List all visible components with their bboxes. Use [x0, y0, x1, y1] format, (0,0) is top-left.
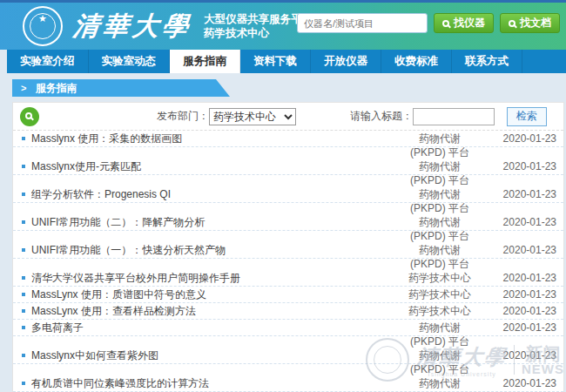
article-department: 药学技术中心 [391, 304, 489, 319]
bullet-icon [22, 354, 25, 357]
article-department-line2: (PKPD) 平台 [391, 229, 489, 244]
article-title-link[interactable]: 组学分析软件：Progenesis QI [31, 187, 391, 202]
tab-资料下载[interactable]: 资料下载 [240, 50, 311, 73]
breadcrumb-row: > 服务指南 [12, 79, 566, 97]
article-date: 2020-01-23 [489, 216, 556, 228]
article-title-link[interactable]: 有机质谱中同位素峰强度比的计算方法 [31, 376, 391, 391]
title-search-label: 请输入标题： [350, 109, 413, 124]
tab-服务指南[interactable]: 服务指南 [170, 50, 240, 73]
tab-实验室介绍[interactable]: 实验室介绍 [7, 50, 89, 73]
instrument-search-input[interactable] [297, 13, 428, 33]
article-entry: 清华大学仪器共享平台校外用户简明操作手册药学技术中心2020-01-23 [13, 270, 563, 287]
tsinghua-seal-logo: ★ [23, 6, 63, 46]
filter-bar: 发布部门： 药学技术中心 请输入标题： 检索 [13, 103, 563, 131]
article-entry: 多电荷离子药物代谢2020-01-23(PKPD) 平台 [13, 320, 563, 348]
article-title-link[interactable]: 多电荷离子 [31, 321, 391, 335]
bullet-icon [22, 248, 25, 252]
article-row: 清华大学仪器共享平台校外用户简明操作手册药学技术中心2020-01-23 [13, 270, 563, 287]
article-department-line2: (PKPD) 平台 [391, 257, 489, 272]
article-title-link[interactable]: UNIFI常用功能（一）：快速分析天然产物 [31, 243, 391, 258]
article-entry: MassLynx 使用：查看样品检测方法药学技术中心2020-01-23 [13, 303, 563, 320]
article-title-link[interactable]: MassLynx 使用：查看样品检测方法 [31, 304, 391, 319]
breadcrumb-label: 服务指南 [36, 82, 77, 94]
article-department: 药物代谢 [391, 321, 489, 335]
article-entry: 有机质谱中同位素峰强度比的计算方法药物代谢2020-01-23(PKPD) 平台 [13, 375, 563, 392]
article-date: 2020-01-23 [489, 244, 556, 256]
article-date: 2020-01-23 [489, 160, 556, 172]
article-department: 药物代谢 [391, 215, 489, 230]
article-title-link[interactable]: UNIFI常用功能（二）：降解产物分析 [31, 215, 391, 230]
article-row: MassLynx 使用：质谱图中符号的意义药学技术中心2020-01-23 [13, 287, 563, 303]
site-header: ★ 清華大學 大型仪器共享服务平台 药学技术中心 找仪器 找文档 [0, 3, 566, 50]
article-department-line2: (PKPD) 平台 [391, 145, 489, 160]
article-department-line2-row: (PKPD) 平台 [13, 259, 563, 270]
article-date: 2020-01-23 [489, 321, 556, 334]
article-entry: UNIFI常用功能（一）：快速分析天然产物药物代谢2020-01-23(PKPD… [13, 242, 563, 270]
article-department: 药物代谢 [391, 187, 489, 202]
content-panel: 发布部门： 药学技术中心 请输入标题： 检索 Masslynx 使用：采集的数据… [12, 102, 564, 392]
article-department-line2-row: (PKPD) 平台 [13, 175, 563, 186]
tab-联系方式[interactable]: 联系方式 [452, 50, 522, 73]
chevron-right-icon: > [21, 83, 26, 93]
article-entry: Masslynx中如何查看紫外图药物代谢2020-01-23(PKPD) 平台 [13, 348, 563, 375]
bullet-icon [22, 326, 25, 329]
bullet-icon [22, 220, 25, 224]
article-department: 药学技术中心 [391, 287, 489, 302]
tab-收费标准[interactable]: 收费标准 [381, 50, 452, 73]
article-department-line2: (PKPD) 平台 [391, 335, 489, 349]
article-date: 2020-01-23 [489, 305, 556, 317]
bullet-icon [22, 309, 25, 313]
bullet-icon [22, 137, 25, 140]
department-label: 发布部门： [157, 109, 209, 124]
search-icon [509, 20, 515, 27]
university-name: 清華大學 [71, 9, 193, 44]
article-title-link[interactable]: MassLynx 使用：质谱图中符号的意义 [31, 287, 391, 302]
article-department: 药物代谢 [391, 159, 489, 174]
article-date: 2020-01-23 [489, 188, 556, 200]
search-icon [25, 112, 32, 119]
department-select[interactable]: 药学技术中心 [209, 108, 296, 125]
article-entry: 组学分析软件：Progenesis QI药物代谢2020-01-23(PKPD)… [13, 186, 563, 214]
header-search-area: 找仪器 找文档 [297, 13, 560, 33]
article-department-line2-row: (PKPD) 平台 [13, 231, 563, 242]
bullet-icon [22, 293, 25, 296]
find-document-button[interactable]: 找文档 [500, 13, 560, 33]
article-department-line2-row: (PKPD) 平台 [13, 336, 563, 348]
article-department-line2: (PKPD) 平台 [391, 362, 489, 377]
article-date: 2020-01-23 [489, 132, 556, 145]
article-title-link[interactable]: Masslynx中如何查看紫外图 [31, 348, 391, 363]
seal-star-icon: ★ [24, 14, 61, 24]
bullet-icon [22, 276, 25, 280]
article-department: 药学技术中心 [391, 271, 489, 286]
main-nav: 实验室介绍实验室动态服务指南资料下载开放仪器收费标准联系方式 [7, 50, 566, 73]
bullet-icon [22, 382, 25, 385]
article-entry: Masslynx使用-元素匹配药物代谢2020-01-23(PKPD) 平台 [13, 159, 563, 186]
find-instrument-button[interactable]: 找仪器 [434, 13, 494, 33]
article-department: 药物代谢 [391, 243, 489, 258]
title-search-input[interactable] [413, 108, 495, 125]
article-row: MassLynx 使用：查看样品检测方法药学技术中心2020-01-23 [13, 303, 563, 320]
article-department-line2: (PKPD) 平台 [391, 173, 489, 188]
tab-实验室动态[interactable]: 实验室动态 [89, 50, 171, 73]
retrieve-button[interactable]: 检索 [507, 107, 547, 126]
search-icon [442, 20, 449, 27]
tab-开放仪器[interactable]: 开放仪器 [311, 50, 381, 73]
article-title-link[interactable]: Masslynx使用-元素匹配 [31, 159, 391, 174]
article-title-link[interactable]: 清华大学仪器共享平台校外用户简明操作手册 [31, 271, 391, 286]
article-date: 2020-01-23 [489, 272, 556, 284]
article-entry: MassLynx 使用：质谱图中符号的意义药学技术中心2020-01-23 [13, 287, 563, 303]
article-department-line2-row: (PKPD) 平台 [13, 203, 563, 214]
article-title-link[interactable]: Masslynx 使用：采集的数据画图 [31, 132, 391, 146]
article-entry: Masslynx 使用：采集的数据画图药物代谢2020-01-23(PKPD) … [13, 131, 563, 159]
filter-search-icon-button[interactable] [20, 107, 39, 126]
bullet-icon [22, 165, 25, 168]
article-date: 2020-01-23 [489, 349, 556, 362]
article-department: 药物代谢 [391, 376, 489, 391]
article-department: 药物代谢 [391, 132, 489, 146]
article-department-line2-row: (PKPD) 平台 [13, 147, 563, 159]
article-department-line2: (PKPD) 平台 [391, 201, 489, 216]
article-department: 药物代谢 [391, 348, 489, 363]
page: ★ 清華大學 大型仪器共享服务平台 药学技术中心 找仪器 找文档 实验室介绍实验… [0, 0, 566, 392]
article-department-line2-row: (PKPD) 平台 [13, 364, 563, 375]
bullet-icon [22, 193, 25, 196]
